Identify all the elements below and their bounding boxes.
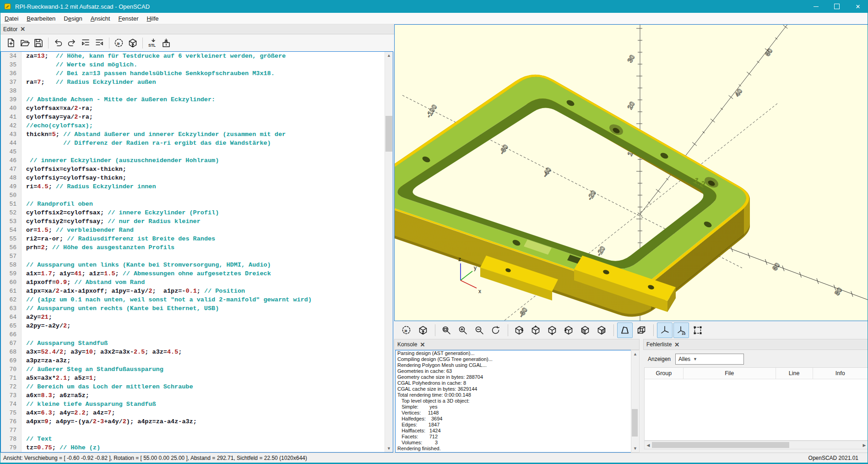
code-line[interactable]: // kleine tiefe Aussparung Standfuß [26, 400, 385, 409]
code-line[interactable]: // (a1pz um 0.1 nach unten, weil sonst "… [26, 295, 385, 304]
console-scrollbar-thumb[interactable] [632, 409, 638, 437]
code-line[interactable]: za=13; // Höhe, kann für Testdrucke auf … [26, 52, 385, 60]
error-column-file[interactable]: File [684, 368, 776, 379]
code-line[interactable]: thickn=5; // Abstand äußerer und innerer… [26, 130, 385, 139]
code-line[interactable] [26, 87, 385, 95]
code-line[interactable]: cyloffsay=ya/2-ra; [26, 113, 385, 121]
code-line[interactable]: // Differenz der Radien ra-ri ergibt das… [26, 139, 385, 147]
code-line[interactable]: cyloffsax=xa/2-ra; [26, 104, 385, 113]
code-line[interactable]: // Abstände Achsen - Mitte der äußeren E… [26, 95, 385, 104]
code-line[interactable]: // innerer Eckzylinder (auszuschneidende… [26, 156, 385, 165]
code-line[interactable] [26, 147, 385, 156]
view-right-icon[interactable] [511, 322, 527, 338]
new-file-icon[interactable] [4, 36, 18, 50]
show-edges-icon[interactable] [690, 322, 705, 338]
render-icon[interactable] [415, 322, 431, 338]
code-line[interactable]: //echo(cyloffsax); [26, 121, 385, 130]
view-bottom-icon[interactable] [544, 322, 560, 338]
menu-item-bearbeiten[interactable]: Bearbeiten [22, 13, 60, 24]
errorlist-horizontal-scrollbar[interactable]: ◀ ▶ [644, 441, 868, 449]
scroll-left-icon[interactable]: ◀ [645, 443, 652, 448]
code-line[interactable]: // Bei za=13 passen handelsübliche Senkk… [26, 69, 385, 78]
error-column-line[interactable]: Line [776, 368, 813, 379]
console-close-icon[interactable]: ✕ [420, 342, 425, 348]
view-back-icon[interactable] [594, 322, 609, 338]
code-line[interactable]: a3x=52.4/2; a3y=10; a3x2=a3x-2.5; a3z=4.… [26, 348, 385, 356]
code-line[interactable] [26, 330, 385, 339]
scroll-down-icon[interactable]: ▼ [631, 445, 639, 452]
code-line[interactable]: // äußerer Steg an Standfußaussparung [26, 365, 385, 374]
code-line[interactable]: cyloffsiy=cyloffsay-thickn; [26, 174, 385, 182]
save-icon[interactable] [32, 36, 45, 50]
view-front-icon[interactable] [577, 322, 593, 338]
code-line[interactable]: // Aussparung unten links (Kante bei Str… [26, 261, 385, 269]
code-line[interactable]: a3pz=za-a3z; [26, 356, 385, 365]
code-text-area[interactable]: za=13; // Höhe, kann für Testdrucke auf … [22, 52, 385, 452]
code-line[interactable]: a5x=a3x*2.1; a5z=1; [26, 374, 385, 382]
code-line[interactable] [26, 252, 385, 261]
zoom-all-icon[interactable] [439, 322, 454, 338]
preview-icon[interactable]: » [112, 36, 126, 50]
view-top-icon[interactable] [528, 322, 543, 338]
view-left-icon[interactable] [561, 322, 576, 338]
3d-viewport[interactable]: 10203040-100-60-40-20406080-20-40-606080… [394, 24, 868, 321]
unindent-icon[interactable] [92, 36, 106, 50]
menu-item-fenster[interactable]: Fenster [114, 13, 142, 24]
error-column-group[interactable]: Group [645, 368, 684, 379]
export-stl-icon[interactable]: STL [146, 36, 159, 50]
code-line[interactable]: // Werte sind möglich. [26, 60, 385, 69]
code-line[interactable]: a2py=-a2y/2; [26, 322, 385, 330]
code-line[interactable]: a4px=9; a4py=-(ya/2-3+a4y/2); a4pz=za-a4… [26, 417, 385, 426]
zoom-in-icon[interactable] [455, 322, 471, 338]
code-line[interactable]: a4x=6.3; a4y=2.2; a4z=7; [26, 409, 385, 417]
code-line[interactable]: ri=4.5; // Radius Eckzylinder innen [26, 182, 385, 191]
code-line[interactable] [26, 426, 385, 435]
code-line[interactable]: // Aussparung Standfuß [26, 339, 385, 348]
code-line[interactable]: ri2=ra-or; // Radiusdifferenz ist Breite… [26, 235, 385, 243]
code-line[interactable]: cyloffsiy2=cyloffsay; // nur der Radius … [26, 217, 385, 226]
code-line[interactable]: // Randprofil oben [26, 200, 385, 208]
undo-icon[interactable] [51, 36, 65, 50]
code-line[interactable]: ra=7; // Radius Eckzylinder außen [26, 78, 385, 87]
editor-vertical-scrollbar[interactable]: ▲ ▼ [385, 52, 393, 452]
reset-view-icon[interactable] [488, 322, 504, 338]
filter-dropdown[interactable]: Alles ▼ [675, 354, 744, 365]
code-line[interactable]: a1px=xa/2-a1x-a1pxoff; a1py=-a1y/2; a1pz… [26, 287, 385, 295]
perspective-icon[interactable] [617, 322, 633, 338]
code-line[interactable]: a2y=21; [26, 313, 385, 322]
code-line[interactable]: tz=0.75; // Höhe (z) [26, 443, 385, 452]
code-line[interactable]: a1x=1.7; a1y=41; a1z=1.5; // Abmessungen… [26, 269, 385, 278]
errorlist-close-icon[interactable]: ✕ [674, 342, 679, 348]
code-line[interactable]: // Aussparung unten rechts (Kante bei Et… [26, 304, 385, 313]
scroll-down-icon[interactable]: ▼ [385, 445, 393, 452]
editor-scrollbar-thumb[interactable] [385, 116, 392, 152]
errorlist-scrollbar-thumb[interactable] [652, 442, 789, 448]
code-line[interactable]: a1pxoff=0.9; // Abstand vom Rand [26, 278, 385, 287]
menu-item-ansicht[interactable]: Ansicht [87, 13, 114, 24]
code-line[interactable]: cyloffsix2=cyloffsax; // innere Eckzylin… [26, 208, 385, 217]
code-line[interactable]: a6x=8.3; a6z=a5z; [26, 391, 385, 400]
menu-item-design[interactable]: Design [60, 13, 86, 24]
minimize-icon[interactable] [805, 0, 826, 13]
code-line[interactable]: or=1.5; // verbleibender Rand [26, 226, 385, 235]
print-3d-icon[interactable] [159, 36, 173, 50]
close-icon[interactable]: ✕ [847, 0, 868, 13]
code-line[interactable]: cyloffsix=cyloffsax-thickn; [26, 165, 385, 174]
menu-item-hilfe[interactable]: Hilfe [142, 13, 163, 24]
menu-item-datei[interactable]: Datei [0, 13, 22, 24]
render-icon[interactable] [126, 36, 140, 50]
code-line[interactable]: // Text [26, 435, 385, 443]
scroll-right-icon[interactable]: ▶ [861, 443, 868, 448]
code-line[interactable]: prh=2; // Höhe des ausgestanzten Profils [26, 243, 385, 252]
maximize-icon[interactable] [826, 0, 847, 13]
indent-icon[interactable] [79, 36, 92, 50]
open-file-icon[interactable] [18, 36, 32, 50]
redo-icon[interactable] [65, 36, 79, 50]
code-line[interactable]: // Bereich um das Loch der mittleren Sch… [26, 382, 385, 391]
editor-close-icon[interactable]: ✕ [20, 26, 25, 32]
zoom-out-icon[interactable] [472, 322, 487, 338]
scroll-up-icon[interactable]: ▲ [385, 52, 393, 59]
show-axes-icon[interactable] [657, 322, 673, 338]
code-editor[interactable]: 3435363738394041424344454647484950515253… [0, 51, 393, 453]
orthogonal-icon[interactable] [634, 322, 649, 338]
